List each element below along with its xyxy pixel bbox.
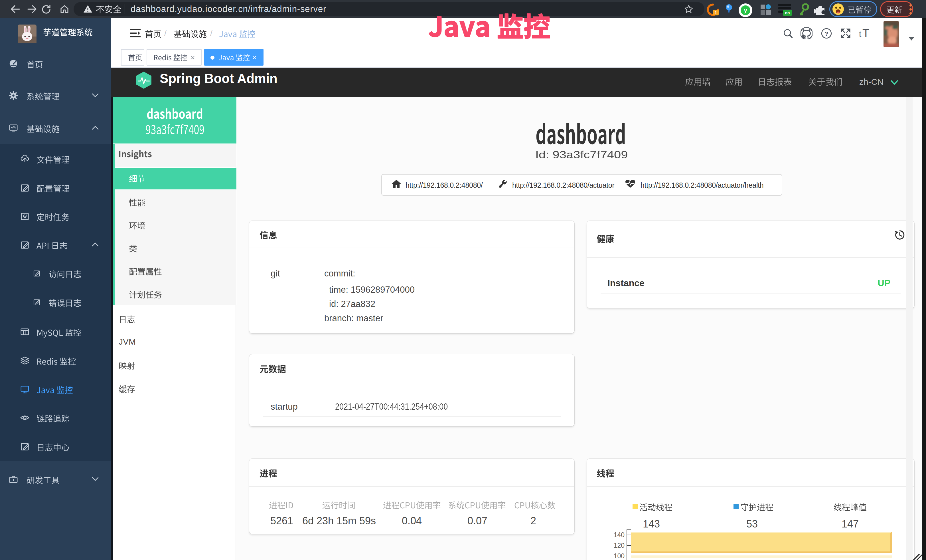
svg-text:t: t [859, 29, 861, 39]
svg-text:?: ? [825, 30, 828, 37]
svg-text:y: y [744, 7, 747, 14]
svg-text:T: T [862, 29, 869, 39]
svg-text:on: on [785, 11, 790, 15]
svg-text:1: 1 [715, 10, 717, 15]
